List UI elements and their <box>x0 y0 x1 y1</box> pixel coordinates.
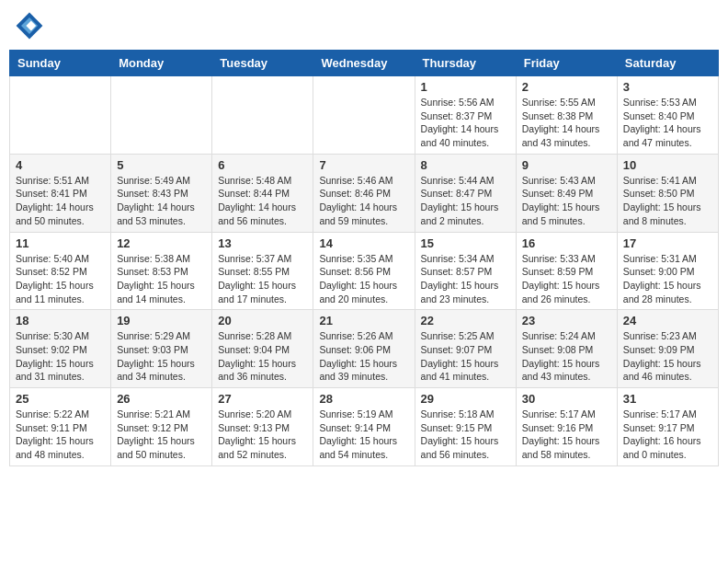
day-info: Sunrise: 5:22 AM Sunset: 9:11 PM Dayligh… <box>16 408 105 462</box>
week-row-4: 18Sunrise: 5:30 AM Sunset: 9:02 PM Dayli… <box>10 310 719 388</box>
day-info: Sunrise: 5:43 AM Sunset: 8:49 PM Dayligh… <box>522 174 611 228</box>
calendar-cell: 19Sunrise: 5:29 AM Sunset: 9:03 PM Dayli… <box>111 310 212 388</box>
day-number: 21 <box>319 314 408 327</box>
calendar-cell: 14Sunrise: 5:35 AM Sunset: 8:56 PM Dayli… <box>313 232 415 310</box>
weekday-header-row: SundayMondayTuesdayWednesdayThursdayFrid… <box>10 51 719 76</box>
week-row-5: 25Sunrise: 5:22 AM Sunset: 9:11 PM Dayli… <box>10 388 719 466</box>
calendar-cell <box>10 76 111 155</box>
calendar-cell: 30Sunrise: 5:17 AM Sunset: 9:16 PM Dayli… <box>516 388 617 466</box>
calendar-cell: 5Sunrise: 5:49 AM Sunset: 8:43 PM Daylig… <box>111 154 212 232</box>
day-info: Sunrise: 5:25 AM Sunset: 9:07 PM Dayligh… <box>421 329 510 384</box>
weekday-header-thursday: Thursday <box>415 51 516 76</box>
day-info: Sunrise: 5:48 AM Sunset: 8:44 PM Dayligh… <box>218 174 307 228</box>
calendar-cell <box>313 76 415 155</box>
day-info: Sunrise: 5:17 AM Sunset: 9:16 PM Dayligh… <box>522 408 611 462</box>
day-number: 31 <box>623 392 712 406</box>
day-info: Sunrise: 5:28 AM Sunset: 9:04 PM Dayligh… <box>218 329 307 384</box>
calendar-cell: 11Sunrise: 5:40 AM Sunset: 8:52 PM Dayli… <box>10 232 111 310</box>
calendar-cell: 29Sunrise: 5:18 AM Sunset: 9:15 PM Dayli… <box>415 388 516 466</box>
day-info: Sunrise: 5:56 AM Sunset: 8:37 PM Dayligh… <box>421 96 510 150</box>
day-number: 24 <box>623 314 712 327</box>
calendar-cell: 7Sunrise: 5:46 AM Sunset: 8:46 PM Daylig… <box>313 154 415 232</box>
logo <box>13 9 50 42</box>
calendar-cell: 13Sunrise: 5:37 AM Sunset: 8:55 PM Dayli… <box>212 232 313 310</box>
day-number: 7 <box>319 158 408 172</box>
weekday-header-saturday: Saturday <box>617 51 718 76</box>
day-info: Sunrise: 5:41 AM Sunset: 8:50 PM Dayligh… <box>623 174 712 228</box>
weekday-header-wednesday: Wednesday <box>313 51 415 76</box>
day-info: Sunrise: 5:24 AM Sunset: 9:08 PM Dayligh… <box>522 329 611 384</box>
day-info: Sunrise: 5:44 AM Sunset: 8:47 PM Dayligh… <box>421 174 510 228</box>
day-info: Sunrise: 5:31 AM Sunset: 9:00 PM Dayligh… <box>623 252 712 306</box>
day-number: 15 <box>421 236 510 250</box>
calendar-cell: 27Sunrise: 5:20 AM Sunset: 9:13 PM Dayli… <box>212 388 313 466</box>
calendar-cell: 16Sunrise: 5:33 AM Sunset: 8:59 PM Dayli… <box>516 232 617 310</box>
day-number: 20 <box>218 314 307 327</box>
day-number: 16 <box>522 236 611 250</box>
day-number: 14 <box>319 236 408 250</box>
day-number: 11 <box>16 236 105 250</box>
day-info: Sunrise: 5:55 AM Sunset: 8:38 PM Dayligh… <box>522 96 611 150</box>
day-number: 12 <box>117 236 206 250</box>
day-number: 30 <box>522 392 611 406</box>
day-info: Sunrise: 5:33 AM Sunset: 8:59 PM Dayligh… <box>522 252 611 306</box>
week-row-2: 4Sunrise: 5:51 AM Sunset: 8:41 PM Daylig… <box>10 154 719 232</box>
day-number: 28 <box>319 392 408 406</box>
day-number: 27 <box>218 392 307 406</box>
day-number: 9 <box>522 158 611 172</box>
calendar-cell <box>111 76 212 155</box>
day-number: 3 <box>623 80 712 94</box>
page-header <box>9 9 719 42</box>
day-info: Sunrise: 5:40 AM Sunset: 8:52 PM Dayligh… <box>16 252 105 306</box>
day-info: Sunrise: 5:18 AM Sunset: 9:15 PM Dayligh… <box>421 408 510 462</box>
day-info: Sunrise: 5:30 AM Sunset: 9:02 PM Dayligh… <box>16 329 105 384</box>
calendar-cell: 17Sunrise: 5:31 AM Sunset: 9:00 PM Dayli… <box>617 232 718 310</box>
calendar-cell: 31Sunrise: 5:17 AM Sunset: 9:17 PM Dayli… <box>617 388 718 466</box>
day-number: 17 <box>623 236 712 250</box>
calendar-cell: 15Sunrise: 5:34 AM Sunset: 8:57 PM Dayli… <box>415 232 516 310</box>
day-info: Sunrise: 5:17 AM Sunset: 9:17 PM Dayligh… <box>623 408 712 462</box>
day-info: Sunrise: 5:46 AM Sunset: 8:46 PM Dayligh… <box>319 174 408 228</box>
calendar-cell: 25Sunrise: 5:22 AM Sunset: 9:11 PM Dayli… <box>10 388 111 466</box>
calendar-cell: 8Sunrise: 5:44 AM Sunset: 8:47 PM Daylig… <box>415 154 516 232</box>
week-row-1: 1Sunrise: 5:56 AM Sunset: 8:37 PM Daylig… <box>10 76 719 155</box>
calendar-cell: 21Sunrise: 5:26 AM Sunset: 9:06 PM Dayli… <box>313 310 415 388</box>
day-number: 22 <box>421 314 510 327</box>
day-info: Sunrise: 5:35 AM Sunset: 8:56 PM Dayligh… <box>319 252 408 306</box>
calendar-table: SundayMondayTuesdayWednesdayThursdayFrid… <box>9 50 719 466</box>
day-number: 29 <box>421 392 510 406</box>
day-number: 5 <box>117 158 206 172</box>
day-number: 25 <box>16 392 105 406</box>
day-number: 19 <box>117 314 206 327</box>
day-info: Sunrise: 5:51 AM Sunset: 8:41 PM Dayligh… <box>16 174 105 228</box>
calendar-cell: 2Sunrise: 5:55 AM Sunset: 8:38 PM Daylig… <box>516 76 617 155</box>
day-number: 18 <box>16 314 105 327</box>
day-info: Sunrise: 5:53 AM Sunset: 8:40 PM Dayligh… <box>623 96 712 150</box>
calendar-cell: 1Sunrise: 5:56 AM Sunset: 8:37 PM Daylig… <box>415 76 516 155</box>
day-info: Sunrise: 5:34 AM Sunset: 8:57 PM Dayligh… <box>421 252 510 306</box>
day-info: Sunrise: 5:29 AM Sunset: 9:03 PM Dayligh… <box>117 329 206 384</box>
calendar-cell: 23Sunrise: 5:24 AM Sunset: 9:08 PM Dayli… <box>516 310 617 388</box>
week-row-3: 11Sunrise: 5:40 AM Sunset: 8:52 PM Dayli… <box>10 232 719 310</box>
day-info: Sunrise: 5:23 AM Sunset: 9:09 PM Dayligh… <box>623 329 712 384</box>
day-number: 4 <box>16 158 105 172</box>
calendar-cell: 26Sunrise: 5:21 AM Sunset: 9:12 PM Dayli… <box>111 388 212 466</box>
calendar-cell: 20Sunrise: 5:28 AM Sunset: 9:04 PM Dayli… <box>212 310 313 388</box>
calendar-cell: 10Sunrise: 5:41 AM Sunset: 8:50 PM Dayli… <box>617 154 718 232</box>
calendar-cell <box>212 76 313 155</box>
calendar-cell: 9Sunrise: 5:43 AM Sunset: 8:49 PM Daylig… <box>516 154 617 232</box>
day-info: Sunrise: 5:49 AM Sunset: 8:43 PM Dayligh… <box>117 174 206 228</box>
day-info: Sunrise: 5:37 AM Sunset: 8:55 PM Dayligh… <box>218 252 307 306</box>
calendar-cell: 24Sunrise: 5:23 AM Sunset: 9:09 PM Dayli… <box>617 310 718 388</box>
day-info: Sunrise: 5:26 AM Sunset: 9:06 PM Dayligh… <box>319 329 408 384</box>
day-info: Sunrise: 5:38 AM Sunset: 8:53 PM Dayligh… <box>117 252 206 306</box>
day-number: 13 <box>218 236 307 250</box>
calendar-cell: 22Sunrise: 5:25 AM Sunset: 9:07 PM Dayli… <box>415 310 516 388</box>
weekday-header-monday: Monday <box>111 51 212 76</box>
day-number: 23 <box>522 314 611 327</box>
calendar-cell: 28Sunrise: 5:19 AM Sunset: 9:14 PM Dayli… <box>313 388 415 466</box>
day-number: 8 <box>421 158 510 172</box>
weekday-header-tuesday: Tuesday <box>212 51 313 76</box>
calendar-cell: 4Sunrise: 5:51 AM Sunset: 8:41 PM Daylig… <box>10 154 111 232</box>
calendar-cell: 12Sunrise: 5:38 AM Sunset: 8:53 PM Dayli… <box>111 232 212 310</box>
